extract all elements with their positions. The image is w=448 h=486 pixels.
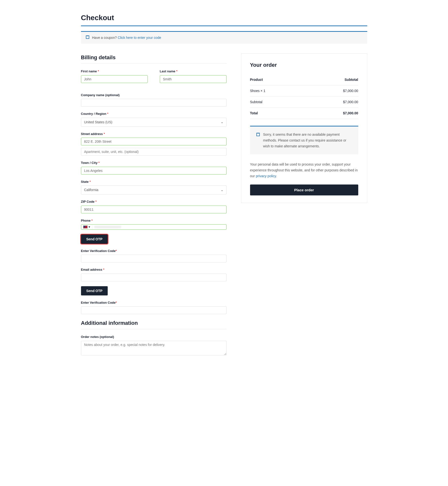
- country-select[interactable]: United States (US) ⌄: [81, 118, 227, 127]
- first-name-label: First name *: [81, 69, 148, 74]
- chevron-down-icon: ⌄: [221, 188, 223, 193]
- col-subtotal: Subtotal: [305, 74, 358, 85]
- company-input[interactable]: [81, 99, 227, 107]
- order-table: Product Subtotal Shoes × 1 $7,000.00 Sub…: [250, 74, 358, 119]
- phone-verify-label: Enter Verification Code*: [81, 249, 227, 253]
- privacy-policy-link[interactable]: privacy policy: [256, 174, 276, 178]
- col-product: Product: [250, 74, 305, 85]
- place-order-button[interactable]: Place order: [250, 184, 358, 195]
- street1-input[interactable]: [81, 138, 227, 145]
- no-payment-methods-notice: Sorry, it seems that there are no availa…: [250, 126, 358, 154]
- line-item-name: Shoes × 1: [250, 85, 305, 97]
- order-summary: Your order Product Subtotal Shoes × 1 $7…: [241, 53, 367, 203]
- page-title: Checkout: [81, 12, 367, 26]
- last-name-input[interactable]: [160, 75, 227, 83]
- billing-heading: Billing details: [81, 53, 227, 64]
- subtotal-label: Subtotal: [250, 97, 305, 108]
- chevron-down-icon: ⌄: [221, 120, 223, 125]
- first-name-input[interactable]: [81, 75, 148, 83]
- total-label: Total: [250, 108, 305, 119]
- billing-column: Billing details First name * Last name *…: [81, 53, 227, 357]
- state-value: California: [84, 187, 98, 193]
- order-notes-input[interactable]: [81, 341, 227, 355]
- city-input[interactable]: [81, 167, 227, 175]
- email-input[interactable]: [81, 274, 227, 281]
- subtotal-row: Subtotal $7,000.00: [250, 97, 358, 108]
- line-item-price: $7,000.00: [305, 85, 358, 97]
- order-notes-label: Order notes (optional): [81, 335, 227, 339]
- line-item-row: Shoes × 1 $7,000.00: [250, 85, 358, 97]
- zip-label: ZIP Code *: [81, 199, 227, 204]
- total-row: Total $7,000.00: [250, 108, 358, 119]
- coupon-prefix: Have a coupon?: [92, 36, 118, 40]
- phone-input-group: ▾: [81, 224, 227, 230]
- company-label: Company name (optional): [81, 93, 227, 98]
- street2-input[interactable]: [81, 148, 227, 156]
- send-otp-phone-button[interactable]: Send OTP: [81, 235, 108, 244]
- email-verify-label: Enter Verification Code*: [81, 300, 227, 305]
- subtotal-value: $7,000.00: [305, 97, 358, 108]
- notice-text: Sorry, it seems that there are no availa…: [263, 132, 352, 149]
- zip-input[interactable]: [81, 206, 227, 213]
- coupon-icon: [86, 35, 89, 40]
- phone-label: Phone *: [81, 218, 227, 223]
- email-label: Email address *: [81, 267, 227, 272]
- us-flag-icon: [83, 226, 88, 228]
- total-value: $7,000.00: [305, 108, 358, 119]
- caret-down-icon: ▾: [89, 225, 90, 229]
- phone-country-selector[interactable]: ▾: [81, 225, 92, 229]
- privacy-note: Your personal data will be used to proce…: [250, 162, 358, 179]
- city-label: Town / City *: [81, 160, 227, 165]
- coupon-link[interactable]: Click here to enter your code: [118, 36, 161, 40]
- order-heading: Your order: [250, 61, 358, 69]
- country-label: Country / Region *: [81, 111, 227, 116]
- phone-input[interactable]: [92, 225, 226, 229]
- street-label: Street address *: [81, 132, 227, 136]
- last-name-label: Last name *: [160, 69, 227, 74]
- send-otp-email-button[interactable]: Send OTP: [81, 286, 108, 295]
- info-icon: [256, 132, 260, 149]
- phone-verify-input[interactable]: [81, 255, 227, 262]
- additional-heading: Additional information: [81, 319, 227, 329]
- coupon-notice: Have a coupon? Click here to enter your …: [81, 31, 367, 44]
- state-select[interactable]: California ⌄: [81, 185, 227, 194]
- country-value: United States (US): [84, 120, 113, 125]
- email-verify-input[interactable]: [81, 306, 227, 314]
- state-label: State *: [81, 179, 227, 184]
